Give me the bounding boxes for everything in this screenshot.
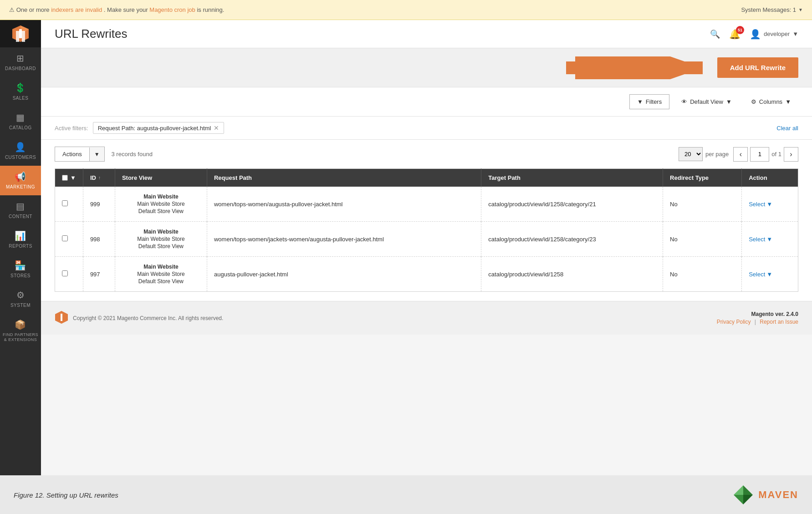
row-target-path-cell: catalog/product/view/id/1258/category/23 [481,222,663,257]
row-store-view-cell: Main Website Main Website Store Default … [115,187,207,222]
row-checkbox-cell [55,257,83,292]
row-action-cell: Select ▼ [742,222,798,257]
row-select-link[interactable]: Select ▼ [749,236,791,243]
notifications-button[interactable]: 🔔 51 [729,29,741,40]
row-request-path-cell: augusta-pullover-jacket.html [207,257,481,292]
customers-icon: 👤 [15,142,26,153]
content-icon: ▤ [16,201,25,212]
footer-logo [55,310,68,326]
row-checkbox-cell [55,222,83,257]
table-row: 999 Main Website Main Website Store Defa… [55,187,798,222]
sidebar-item-stores[interactable]: 🏪 STORES [0,254,41,284]
filter-tag-close-button[interactable]: ✕ [214,124,219,132]
checkbox-dropdown-arrow[interactable]: ▼ [70,174,76,181]
system-bar: ⚠ One or more indexers are invalid . Mak… [0,0,812,20]
table-header-redirect-type: Redirect Type [663,169,742,187]
prev-page-button[interactable]: ‹ [733,147,748,162]
user-dropdown-arrow: ▼ [792,31,798,37]
catalog-icon: ▦ [16,112,25,123]
row-select-link[interactable]: Select ▼ [749,271,791,278]
system-messages-dropdown-arrow: ▼ [798,7,803,12]
indexers-link[interactable]: indexers are invalid [51,6,102,13]
sidebar-item-system[interactable]: ⚙ SYSTEM [0,284,41,314]
svg-marker-10 [743,485,753,495]
maven-logo: MAVEN [732,483,798,506]
row-id-cell: 998 [83,222,115,257]
view-dropdown-arrow: ▼ [726,98,732,105]
select-dropdown-arrow: ▼ [766,201,772,208]
row-request-path-cell: women/tops-women/augusta-pullover-jacket… [207,187,481,222]
sidebar-item-content[interactable]: ▤ CONTENT [0,195,41,225]
id-sort-icon[interactable]: ↑ [98,175,101,180]
records-count: 3 records found [112,151,153,158]
filter-bar: ▼ Filters 👁 Default View ▼ ⚙ Columns ▼ [41,87,812,117]
active-filters-label: Active filters: [55,125,88,132]
system-messages-count[interactable]: System Messages: 1 ▼ [741,6,803,13]
select-all-checkbox[interactable] [62,175,68,181]
footer-right: Magento ver. 2.4.0 Privacy Policy | Repo… [717,311,798,325]
arrow-annotation [566,56,712,79]
footer: Copyright © 2021 Magento Commerce Inc. A… [41,301,812,335]
select-dropdown-arrow: ▼ [766,271,772,278]
search-button[interactable]: 🔍 [710,29,720,39]
reports-icon: 📊 [15,230,26,241]
table-toolbar: Actions ▼ 3 records found 20 30 50 per p… [41,140,812,168]
filters-button[interactable]: ▼ Filters [629,94,669,109]
data-table-wrapper: ▼ ID ↑ Store View [41,168,812,301]
row-action-cell: Select ▼ [742,257,798,292]
sidebar: ⊞ DASHBOARD 💲 SALES ▦ CATALOG 👤 CUSTOMER… [0,20,41,475]
row-store-view-cell: Main Website Main Website Store Default … [115,257,207,292]
svg-rect-8 [61,314,62,321]
svg-marker-12 [734,485,743,495]
current-page-input[interactable] [750,147,769,162]
table-header-action: Action [742,169,798,187]
warning-icon: ⚠ [9,6,15,13]
row-redirect-type-cell: No [663,257,742,292]
privacy-policy-link[interactable]: Privacy Policy [717,319,751,325]
row-checkbox[interactable] [62,235,68,241]
next-page-button[interactable]: › [784,147,798,162]
sales-icon: 💲 [15,82,26,93]
actions-dropdown-arrow[interactable]: ▼ [89,148,104,161]
sidebar-item-partners[interactable]: 📦 FIND PARTNERS & EXTENSIONS [0,314,41,348]
table-header-request-path: Request Path [207,169,481,187]
sidebar-item-marketing[interactable]: 📢 MARKETING [0,166,41,195]
actions-dropdown[interactable]: Actions ▼ [55,147,105,162]
sidebar-item-sales[interactable]: 💲 SALES [0,77,41,107]
cron-job-link[interactable]: Magento cron job [149,6,195,13]
footer-version: Magento ver. 2.4.0 [717,311,798,317]
system-message: ⚠ One or more indexers are invalid . Mak… [9,6,224,13]
row-target-path-cell: catalog/product/view/id/1258/category/21 [481,187,663,222]
per-page-selector: 20 30 50 per page [679,147,729,161]
row-checkbox[interactable] [62,270,68,276]
footer-copyright: Copyright © 2021 Magento Commerce Inc. A… [73,315,223,321]
columns-button[interactable]: ⚙ Columns ▼ [744,95,798,109]
row-store-view-cell: Main Website Main Website Store Default … [115,222,207,257]
partners-icon: 📦 [15,319,26,330]
sidebar-item-catalog[interactable]: ▦ CATALOG [0,107,41,136]
row-target-path-cell: catalog/product/view/id/1258 [481,257,663,292]
footer-links: Privacy Policy | Report an Issue [717,319,798,325]
row-request-path-cell: women/tops-women/jackets-women/augusta-p… [207,222,481,257]
sidebar-item-dashboard[interactable]: ⊞ DASHBOARD [0,47,41,77]
sidebar-item-customers[interactable]: 👤 CUSTOMERS [0,136,41,166]
row-checkbox[interactable] [62,200,68,206]
report-issue-link[interactable]: Report an Issue [760,319,798,325]
default-view-button[interactable]: 👁 Default View ▼ [674,95,739,109]
row-select-link[interactable]: Select ▼ [749,201,791,208]
sidebar-item-reports[interactable]: 📊 REPORTS [0,225,41,254]
table-header-id: ID ↑ [83,169,115,187]
add-button-area: Add URL Rewrite [41,48,812,87]
notification-badge: 51 [736,26,744,34]
pagination: ‹ of 1 › [733,147,798,162]
sidebar-logo[interactable] [0,20,41,47]
gear-icon: ⚙ [751,98,756,105]
add-url-rewrite-button[interactable]: Add URL Rewrite [717,57,798,78]
user-menu-button[interactable]: 👤 developer ▼ [750,29,798,40]
columns-dropdown-arrow: ▼ [785,98,791,105]
per-page-input[interactable]: 20 30 50 [679,147,703,161]
clear-all-button[interactable]: Clear all [776,125,798,132]
svg-marker-4 [22,31,25,42]
row-checkbox-cell [55,187,83,222]
active-filters-bar: Active filters: Request Path: augusta-pu… [41,117,812,140]
